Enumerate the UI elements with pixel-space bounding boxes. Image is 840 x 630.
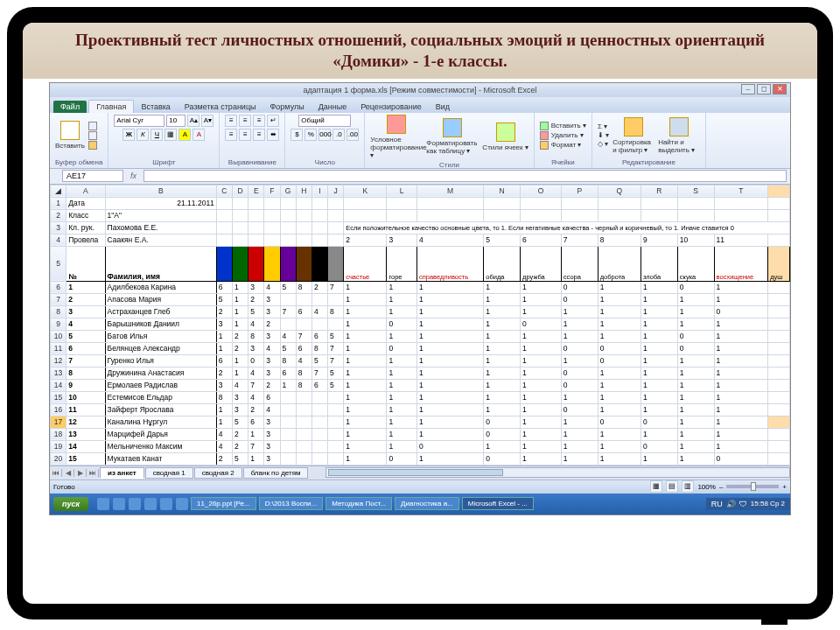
sheet-nav-first[interactable]: ⏮ bbox=[50, 469, 62, 477]
col-header[interactable]: L bbox=[387, 185, 416, 197]
format-painter-icon[interactable] bbox=[88, 141, 97, 150]
wrap-button[interactable]: ↵ bbox=[267, 115, 279, 127]
fill-button[interactable]: ⬇ ▾ bbox=[598, 131, 609, 139]
merge-button[interactable]: ⬌ bbox=[267, 129, 279, 141]
ribbon-tab-insert[interactable]: Вставка bbox=[134, 101, 177, 113]
ribbon-tab-file[interactable]: Файл bbox=[53, 101, 87, 113]
row-header[interactable]: 20 bbox=[51, 452, 66, 465]
row-header[interactable]: 13 bbox=[51, 367, 66, 379]
ribbon-tab-formulas[interactable]: Формулы bbox=[263, 101, 312, 113]
minimize-button[interactable]: – bbox=[741, 84, 755, 94]
close-button[interactable]: ✕ bbox=[773, 84, 787, 94]
number-format-select[interactable]: Общий bbox=[298, 115, 351, 127]
sheet-nav-prev[interactable]: ◀ bbox=[62, 469, 74, 477]
align-bot-button[interactable]: ≡ bbox=[253, 115, 265, 127]
row-header[interactable]: 8 bbox=[51, 305, 66, 318]
format-cells-button[interactable]: Формат ▾ bbox=[540, 141, 586, 150]
col-header[interactable]: B bbox=[105, 185, 216, 197]
horizontal-scrollbar[interactable] bbox=[326, 467, 790, 478]
row-header[interactable]: 19 bbox=[51, 440, 66, 452]
ribbon-tab-data[interactable]: Данные bbox=[312, 101, 354, 113]
start-button[interactable]: пуск bbox=[53, 497, 88, 511]
find-select-button[interactable]: Найти и выделить ▾ bbox=[658, 117, 700, 154]
col-header[interactable]: T bbox=[714, 185, 768, 197]
delete-cells-button[interactable]: Удалить ▾ bbox=[540, 131, 586, 140]
col-header[interactable]: N bbox=[484, 185, 521, 197]
fx-icon[interactable]: fx bbox=[130, 172, 136, 180]
col-header[interactable]: D bbox=[233, 185, 248, 197]
font-size-select[interactable]: 10 bbox=[166, 115, 186, 127]
comma-button[interactable]: 000 bbox=[318, 129, 331, 141]
row-header[interactable]: 7 bbox=[51, 293, 66, 305]
row-header[interactable]: 12 bbox=[51, 354, 66, 367]
col-header[interactable]: G bbox=[280, 185, 296, 197]
col-header[interactable]: Q bbox=[598, 185, 640, 197]
taskbar-item[interactable]: D:\2013 Воспи... bbox=[259, 497, 324, 510]
sheet-tab[interactable]: бланк по детям bbox=[243, 467, 309, 479]
select-all[interactable]: ◢ bbox=[51, 185, 66, 197]
row-header[interactable]: 16 bbox=[51, 403, 66, 416]
copy-icon[interactable] bbox=[88, 131, 97, 140]
sheet-nav-last[interactable]: ⏭ bbox=[87, 469, 99, 477]
row-header[interactable]: 5 bbox=[51, 246, 66, 281]
taskbar-item[interactable]: 11_26p.ppt [Ре... bbox=[191, 497, 256, 510]
taskbar-item[interactable]: Microsoft Excel - ... bbox=[462, 497, 534, 510]
zoom-slider[interactable] bbox=[726, 485, 779, 488]
underline-button[interactable]: Ч bbox=[150, 129, 163, 141]
ql-icon[interactable] bbox=[113, 498, 125, 510]
bold-button[interactable]: Ж bbox=[122, 129, 135, 141]
inc-dec-button[interactable]: .0 bbox=[332, 129, 345, 141]
col-header[interactable]: J bbox=[328, 185, 344, 197]
row-header[interactable]: 1 bbox=[51, 197, 66, 209]
cond-format-button[interactable]: Условное форматирование ▾ bbox=[370, 115, 423, 159]
col-header[interactable]: A bbox=[66, 185, 105, 197]
col-header[interactable]: M bbox=[416, 185, 483, 197]
row-header[interactable]: 10 bbox=[51, 330, 66, 342]
border-button[interactable]: ▦ bbox=[164, 129, 177, 141]
sort-filter-button[interactable]: Сортировка и фильтр ▾ bbox=[612, 117, 654, 154]
col-header[interactable]: E bbox=[248, 185, 264, 197]
sheet-tab[interactable]: из анкет bbox=[100, 467, 144, 479]
align-mid-button[interactable]: ≡ bbox=[239, 115, 251, 127]
cell-styles-button[interactable]: Стили ячеек ▾ bbox=[482, 122, 528, 151]
row-header[interactable]: 4 bbox=[51, 234, 66, 246]
currency-button[interactable]: $ bbox=[290, 129, 303, 141]
taskbar-item[interactable]: Диагностика а... bbox=[395, 497, 459, 510]
row-header[interactable]: 3 bbox=[51, 221, 66, 234]
align-left-button[interactable]: ≡ bbox=[225, 129, 237, 141]
paste-button[interactable]: Вставить bbox=[55, 121, 85, 150]
col-header[interactable]: K bbox=[344, 185, 387, 197]
taskbar-item[interactable]: Методика Пост... bbox=[326, 497, 392, 510]
insert-cells-button[interactable]: Вставить ▾ bbox=[540, 122, 586, 130]
row-header[interactable]: 2 bbox=[51, 209, 66, 221]
align-top-button[interactable]: ≡ bbox=[225, 115, 237, 127]
name-box[interactable]: AE17 bbox=[62, 170, 123, 182]
ribbon-tab-review[interactable]: Рецензирование bbox=[354, 101, 429, 113]
ribbon-tab-home[interactable]: Главная bbox=[88, 100, 134, 113]
ql-icon[interactable] bbox=[176, 498, 188, 510]
format-table-button[interactable]: Форматировать как таблицу ▾ bbox=[426, 118, 479, 155]
sheet-tab[interactable]: сводная 2 bbox=[194, 467, 242, 479]
font-name-select[interactable]: Arial Cyr bbox=[114, 115, 164, 127]
grow-font-button[interactable]: A▴ bbox=[187, 115, 200, 127]
row-header[interactable]: 17 bbox=[51, 416, 66, 428]
col-header[interactable]: P bbox=[561, 185, 598, 197]
align-center-button[interactable]: ≡ bbox=[239, 129, 251, 141]
cut-icon[interactable] bbox=[88, 122, 97, 130]
clear-button[interactable]: ◇ ▾ bbox=[598, 140, 609, 148]
zoom-in-button[interactable]: + bbox=[782, 483, 787, 491]
fill-color-button[interactable]: A bbox=[178, 129, 191, 141]
tray-icon[interactable]: 🔊 bbox=[726, 500, 736, 508]
spreadsheet-grid[interactable]: ◢ABCDEFGHIJKLMNOPQRST1Дата21.11.20112Кла… bbox=[50, 185, 790, 466]
dec-dec-button[interactable]: .00 bbox=[346, 129, 359, 141]
col-header[interactable]: O bbox=[521, 185, 562, 197]
view-break-button[interactable]: ▥ bbox=[682, 480, 694, 493]
row-header[interactable]: 18 bbox=[51, 428, 66, 440]
col-header[interactable]: S bbox=[677, 185, 714, 197]
lang-indicator[interactable]: RU bbox=[711, 500, 723, 508]
ql-icon[interactable] bbox=[160, 498, 172, 510]
tray-icon[interactable]: 🛡 bbox=[739, 500, 747, 508]
zoom-out-button[interactable]: – bbox=[719, 483, 723, 491]
ql-icon[interactable] bbox=[144, 498, 157, 510]
row-header[interactable]: 14 bbox=[51, 379, 66, 391]
